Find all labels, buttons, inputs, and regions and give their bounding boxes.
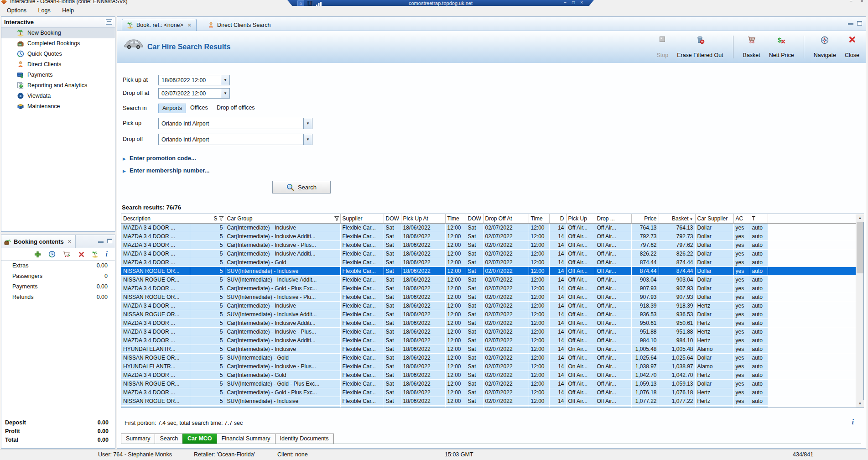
col-time-2[interactable]: Time	[529, 214, 549, 223]
menu-options[interactable]: Options	[2, 6, 31, 15]
remote-restore-button[interactable]: □	[572, 0, 575, 5]
chevron-down-icon[interactable]: ▼	[221, 75, 229, 85]
sidebar-item-viewdata[interactable]: Viewdata	[1, 91, 115, 101]
tab-summary[interactable]: Summary	[121, 434, 155, 444]
maximize-view-icon[interactable]	[107, 239, 112, 243]
sidebar-item-direct-clients[interactable]: Direct Clients	[1, 59, 115, 70]
table-row[interactable]: NISSAN ROGUE OR... 5 SUV(Intermediate) -…	[121, 293, 856, 301]
col-car-group[interactable]: Car Group	[225, 214, 340, 223]
table-row[interactable]: HYUNDAI ELANTR... 5 Car(Intermediate) - …	[121, 345, 856, 353]
maximize-editor-icon[interactable]	[857, 21, 862, 26]
minimize-view-icon[interactable]	[98, 241, 104, 243]
table-row[interactable]: MAZDA 3 4 DOOR ... 5 Car(Intermediate) -…	[121, 258, 856, 267]
col-supplier[interactable]: Supplier	[340, 214, 384, 223]
col-drop-off-at[interactable]: Drop Off At	[483, 214, 529, 223]
move-to-basket-icon[interactable]	[63, 251, 71, 258]
table-row[interactable]: MAZDA 3 4 DOOR ... 5 Car(Intermediate) -…	[121, 223, 856, 232]
col-time-1[interactable]: Time	[445, 214, 466, 223]
navigate-button[interactable]: Navigate	[813, 35, 837, 59]
filter-icon[interactable]	[334, 216, 339, 221]
booking-contents-tab[interactable]: Booking contents ✕	[1, 235, 76, 248]
membership-number-expander[interactable]: ▶Enter membership number...	[123, 167, 209, 174]
close-icon[interactable]: ✕	[68, 239, 72, 245]
col-dow-2[interactable]: DOW	[466, 214, 483, 223]
nett-price-button[interactable]: $ Nett Price	[768, 35, 795, 59]
close-tab-icon[interactable]: ✕	[187, 22, 192, 28]
add-icon[interactable]	[34, 251, 41, 258]
col-pick-up-at[interactable]: Pick Up At	[401, 214, 445, 223]
basket-button[interactable]: Basket	[742, 35, 761, 59]
table-row[interactable]: NISSAN ROGUE OR... 5 SUV(Intermediate) -…	[121, 310, 856, 319]
sidebar-item-payments[interactable]: $ Payments	[1, 70, 115, 80]
col-price[interactable]: Price	[631, 214, 659, 223]
col-car-supplier[interactable]: Car Supplier	[695, 214, 733, 223]
info-icon[interactable]: i	[852, 418, 854, 426]
drop-off-at-field[interactable]: 02/07/2022 12:00 ▼	[158, 88, 230, 99]
tab-search[interactable]: Search	[155, 434, 183, 444]
tab-financial-summary[interactable]: Financial Summary	[217, 434, 275, 444]
col-pick-up[interactable]: Pick Up	[566, 214, 595, 223]
table-row[interactable]: MAZDA 3 4 DOOR ... 5 Car(Intermediate) -…	[121, 240, 856, 249]
minimize-editor-icon[interactable]	[848, 23, 853, 25]
pick-up-at-field[interactable]: 18/06/2022 12:00 ▼	[158, 75, 230, 85]
scrollbar-thumb[interactable]	[857, 222, 863, 273]
table-row[interactable]: NISSAN ROGUE OR... 5 SUV(Intermediate) -…	[121, 379, 856, 388]
tab-identity-documents[interactable]: Identity Documents	[275, 434, 334, 444]
col-description[interactable]: Description	[121, 214, 190, 223]
chevron-down-icon[interactable]: ▼	[221, 89, 229, 98]
sidebar-item-quick-quotes[interactable]: Quick Quotes	[1, 49, 115, 59]
table-row[interactable]: MAZDA 3 4 DOOR ... 5 Car(Intermediate) -…	[121, 232, 856, 240]
table-row[interactable]: NISSAN ROGUE OR... 5 SUV(Intermediate) -…	[121, 275, 856, 284]
delete-icon[interactable]	[78, 251, 84, 257]
col-s[interactable]: S	[190, 214, 225, 223]
info-icon[interactable]: i	[106, 250, 108, 258]
table-row[interactable]: MAZDA 3 4 DOOR ... 5 Car(Intermediate) -…	[121, 319, 856, 327]
table-row[interactable]: MAZDA 3 4 DOOR ... 5 Car(Intermediate) -…	[121, 336, 856, 345]
chevron-down-icon[interactable]: ▼	[303, 118, 312, 129]
table-row[interactable]: MAZDA 3 4 DOOR ... 5 Car(Intermediate) -…	[121, 249, 856, 258]
col-dow-1[interactable]: DOW	[384, 214, 401, 223]
filter-icon[interactable]	[219, 216, 224, 221]
remote-minimize-button[interactable]: −	[564, 0, 567, 5]
search-in-offices-option[interactable]: Offices	[187, 104, 212, 112]
vertical-scrollbar[interactable]: ▲ ▼	[856, 214, 863, 408]
table-row[interactable]: MAZDA 3 4 DOOR ... 5 Car(Intermediate) -…	[121, 371, 856, 379]
table-row[interactable]: NISSAN ROGUE OR... 5 SUV(Intermediate) -…	[121, 397, 856, 405]
scroll-up-icon[interactable]: ▲	[856, 214, 864, 222]
search-in-drop-off-offices-option[interactable]: Drop off offices	[213, 104, 259, 112]
table-row[interactable]: NISSAN ROGUE OR... 5 SUV(Intermediate) -…	[121, 353, 856, 362]
erase-filtered-out-button[interactable]: Erase Filtered Out	[676, 35, 724, 59]
col-ac[interactable]: AC	[733, 214, 750, 223]
search-button[interactable]: Search	[272, 181, 331, 193]
table-row[interactable]: HYUNDAI ELANTR... 5 Car(Intermediate) - …	[121, 405, 856, 408]
sidebar-item-new-booking[interactable]: New Booking	[1, 28, 115, 38]
promotion-code-expander[interactable]: ▶Enter promotion code...	[123, 155, 196, 162]
table-row[interactable]: MAZDA 3 4 DOOR ... 5 Car(Intermediate) -…	[121, 388, 856, 397]
table-row[interactable]: MAZDA 3 4 DOOR ... 5 Car(Intermediate) -…	[121, 327, 856, 336]
window-minimize-button[interactable]: −	[850, 0, 852, 4]
col-t[interactable]: T	[750, 214, 768, 223]
remote-close-button[interactable]: ×	[580, 0, 583, 5]
menu-logs[interactable]: Logs	[33, 6, 56, 15]
quote-clock-icon[interactable]	[48, 251, 56, 258]
chevron-down-icon[interactable]: ▼	[303, 134, 312, 145]
col-drop[interactable]: Drop ...	[595, 214, 631, 223]
sidebar-item-completed-bookings[interactable]: $ Completed Bookings	[1, 38, 115, 49]
collapse-panel-icon[interactable]	[106, 19, 112, 25]
tab-car-mco[interactable]: Car MCO	[182, 434, 217, 444]
sidebar-item-maintenance[interactable]: Maintenance	[1, 101, 115, 112]
pick-up-field[interactable]: Orlando Intl Airport ▼	[158, 118, 312, 129]
window-close-button[interactable]: ×	[861, 0, 863, 4]
col-d[interactable]: D	[549, 214, 566, 223]
menu-help[interactable]: Help	[57, 6, 79, 15]
table-row[interactable]: MAZDA 3 4 DOOR ... 5 Car(Intermediate) -…	[121, 301, 856, 310]
tab-direct-clients-search[interactable]: Direct Clients Search	[203, 19, 275, 31]
table-row[interactable]: HYUNDAI ELANTR... 5 Car(Intermediate) - …	[121, 362, 856, 371]
search-in-airports-option[interactable]: Airports	[158, 104, 186, 113]
close-button[interactable]: Close	[844, 35, 860, 59]
tab-booking-ref[interactable]: Book. ref.: <none> ✕	[122, 19, 197, 31]
drop-off-field[interactable]: Orlando Intl Airport ▼	[158, 134, 312, 145]
scroll-down-icon[interactable]: ▼	[856, 400, 864, 408]
sidebar-item-reporting-analytics[interactable]: Reporting and Analytics	[1, 80, 115, 91]
table-row[interactable]: MAZDA 3 4 DOOR ... 5 Car(Intermediate) -…	[121, 284, 856, 293]
